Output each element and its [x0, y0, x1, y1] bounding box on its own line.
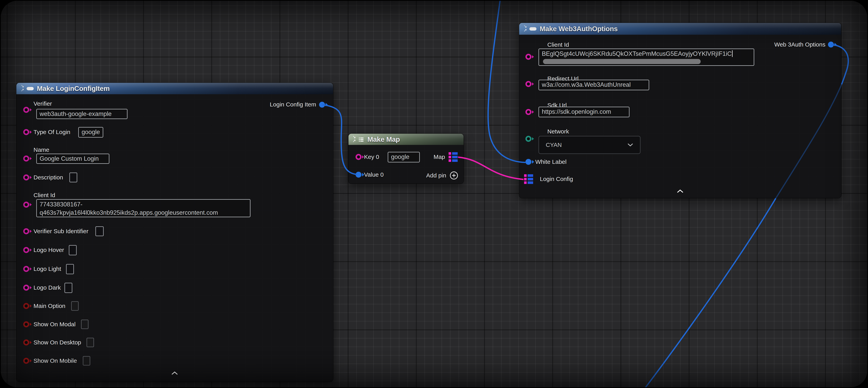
main-option-checkbox[interactable] [71, 301, 79, 311]
network-dropdown[interactable]: CYAN [538, 136, 641, 154]
pin-verifier-sub-identifier[interactable] [23, 228, 32, 235]
pin-label-logo-hover: Logo Hover [33, 246, 64, 253]
pin-label-verifier: Verifier [33, 100, 52, 107]
pin-label-login-config-item: Login Config Item [270, 101, 316, 108]
pin-label-client-id: Client Id [547, 41, 569, 48]
node-make-web3authoptions[interactable]: ↘↗ Make Web3AuthOptions Web 3Auth Option… [519, 23, 841, 198]
node-title: Make Web3AuthOptions [540, 25, 618, 33]
redirect-url-input[interactable]: w3a://com.w3a.Web3AuthUnreal [538, 80, 649, 90]
pin-label-network: Network [547, 128, 569, 135]
node-title: Make LoginConfigItem [37, 85, 110, 92]
pin-label-main-option: Main Option [33, 302, 65, 309]
pin-name[interactable] [23, 155, 32, 162]
make-struct-icon: ↘↗ [524, 25, 537, 33]
show-on-desktop-checkbox[interactable] [87, 338, 94, 347]
pin-white-label[interactable] [525, 158, 534, 165]
pin-show-on-modal[interactable] [23, 321, 32, 328]
add-pin-icon[interactable] [450, 171, 459, 180]
wire-web3authoptions-to-bottom [645, 198, 776, 387]
pin-login-config-item-output[interactable] [319, 101, 328, 108]
pin-show-on-desktop[interactable] [23, 339, 32, 346]
type-of-login-input[interactable]: google [78, 127, 103, 138]
pin-label-white-label: White Label [535, 158, 566, 166]
login-config-map-pin-icon[interactable] [524, 174, 533, 184]
verifier-sub-identifier-input[interactable] [95, 226, 104, 236]
pin-label-show-on-mobile: Show On Mobile [33, 357, 77, 364]
pin-client-id[interactable] [23, 201, 32, 208]
map-output[interactable]: Map [434, 152, 458, 162]
pin-client-id[interactable] [525, 53, 534, 60]
node-make-loginconfigitem[interactable]: ↘↗ Make LoginConfigItem Login Config Ite… [17, 83, 333, 382]
node-title: Make Map [367, 136, 400, 143]
node-header-make-web3authoptions[interactable]: ↘↗ Make Web3AuthOptions [519, 23, 841, 35]
pin-label-logo-light: Logo Light [33, 265, 61, 272]
pin-logo-dark[interactable] [23, 284, 32, 291]
collapse-node-chevron-icon[interactable] [171, 371, 178, 376]
pin-main-option[interactable] [23, 303, 32, 309]
pin-label-key-0: Key 0 [364, 153, 379, 160]
pin-label-login-config: Login Config [540, 176, 573, 183]
pin-verifier[interactable] [23, 107, 32, 113]
blueprint-graph-canvas[interactable]: ↘↗ Make LoginConfigItem Login Config Ite… [1, 1, 867, 387]
client-id-line2: q463s7kpvja16l4l0kko3nb925ikds2p.apps.go… [40, 209, 247, 217]
make-struct-icon: ↘↗ [21, 84, 34, 93]
name-input[interactable]: Google Custom Login [36, 154, 110, 164]
chevron-down-icon [627, 143, 633, 147]
pin-label-client-id: Client Id [33, 191, 55, 199]
collapse-node-chevron-icon[interactable] [677, 189, 684, 194]
pin-label-logo-dark: Logo Dark [33, 284, 61, 291]
logo-dark-input[interactable] [64, 283, 72, 293]
node-header-make-map[interactable]: ↘↗ Make Map [348, 134, 464, 145]
description-input[interactable] [69, 173, 77, 182]
pin-label-name: Name [33, 146, 49, 153]
client-id-value: BEglQSgt4cUWcj6SKRdu5QkOXTsePmMcusG5EAoy… [542, 50, 732, 57]
sdk-url-input[interactable]: https://sdk.openlogin.com [538, 107, 629, 117]
pin-label-verifier-sub-identifier: Verifier Sub Identifier [33, 228, 88, 235]
pin-web3auth-options-output[interactable] [828, 41, 837, 48]
pin-logo-light[interactable] [23, 266, 32, 272]
node-header-make-loginconfigitem[interactable]: ↘↗ Make LoginConfigItem [17, 83, 333, 94]
pin-redirect-url[interactable] [525, 81, 534, 87]
client-id-input[interactable]: 774338308167- q463s7kpvja16l4l0kko3nb925… [36, 199, 250, 217]
logo-hover-input[interactable] [69, 245, 77, 255]
pin-logo-hover[interactable] [23, 247, 32, 253]
pin-label-web3auth-options: Web 3Auth Options [774, 41, 826, 48]
wire-map-to-loginconfig [458, 157, 524, 179]
client-id-scrollbar[interactable] [543, 59, 701, 64]
pin-label-type-of-login: Type Of Login [33, 128, 70, 136]
make-map-icon: ↘↗ [352, 135, 365, 144]
pin-key-0[interactable] [355, 154, 365, 160]
add-pin-label: Add pin [426, 172, 446, 179]
show-on-mobile-checkbox[interactable] [83, 356, 90, 365]
pin-label-show-on-modal: Show On Modal [33, 321, 75, 328]
pin-label-map: Map [434, 153, 445, 160]
pin-label-value-0: Value 0 [364, 171, 384, 178]
show-on-modal-checkbox[interactable] [81, 320, 89, 329]
pin-show-on-mobile[interactable] [23, 357, 32, 364]
pin-description[interactable] [23, 174, 32, 181]
pin-label-description: Description [33, 174, 63, 181]
pin-value-0[interactable] [355, 171, 365, 178]
pin-sdk-url[interactable] [525, 109, 534, 115]
add-pin-button[interactable]: Add pin [426, 171, 459, 180]
pin-label-show-on-desktop: Show On Desktop [33, 339, 81, 346]
key-0-input[interactable]: google [388, 152, 420, 162]
logo-light-input[interactable] [66, 264, 74, 274]
client-id-input[interactable]: BEglQSgt4cUWcj6SKRdu5QkOXTsePmMcusG5EAoy… [538, 49, 754, 66]
text-cursor [732, 50, 733, 57]
network-selected-value: CYAN [546, 142, 562, 148]
client-id-line1: 774338308167- [40, 200, 247, 209]
pin-network[interactable] [525, 136, 534, 142]
node-make-map[interactable]: ↘↗ Make Map Key 0 google Map [348, 134, 464, 184]
pin-type-of-login[interactable] [23, 129, 32, 136]
map-pin-icon[interactable] [448, 152, 458, 162]
verifier-input[interactable]: web3auth-google-example [36, 109, 127, 119]
